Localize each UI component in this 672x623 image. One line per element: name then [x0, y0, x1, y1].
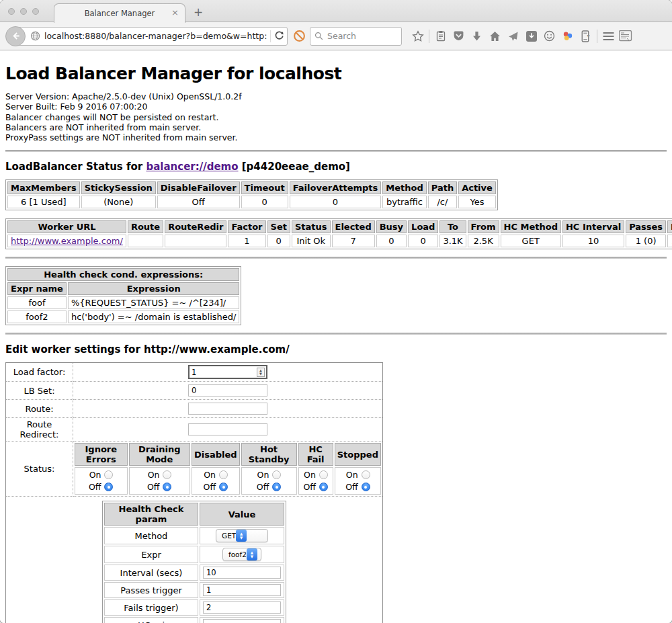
- passes-trigger-input[interactable]: [203, 584, 281, 596]
- route-input[interactable]: [188, 403, 267, 415]
- column-header: RouteRedir: [165, 220, 226, 233]
- browser-tab[interactable]: Balancer Manager ×: [54, 3, 185, 23]
- reload-icon[interactable]: [274, 31, 284, 41]
- worker-url-link[interactable]: http://www.example.com/: [11, 236, 123, 246]
- radio-on[interactable]: [219, 470, 228, 479]
- radio-off[interactable]: [319, 483, 328, 491]
- window-controls[interactable]: [8, 8, 39, 15]
- radio-on[interactable]: [319, 470, 328, 479]
- pocket-icon[interactable]: [450, 26, 468, 46]
- radio-on[interactable]: [104, 470, 113, 479]
- radio-on-label: On: [346, 470, 358, 480]
- block-icon[interactable]: [293, 30, 306, 42]
- select-stepper-icon[interactable]: ▲▼: [247, 548, 257, 560]
- clipboard-icon[interactable]: [431, 26, 450, 46]
- radio-off-label: Off: [147, 482, 159, 492]
- expression-cell: %{REQUEST_STATUS} =~ /^[234]/: [68, 296, 240, 309]
- back-button[interactable]: [5, 26, 26, 46]
- feedback-smiley-icon[interactable]: [540, 26, 558, 46]
- chevron-down-icon[interactable]: ▾: [587, 33, 589, 39]
- interval-secs--input[interactable]: [203, 567, 281, 579]
- url-text[interactable]: localhost:8880/balancer-manager?b=demo&w…: [44, 31, 267, 41]
- expr-select[interactable]: foof2▲▼: [222, 548, 261, 561]
- radio-off[interactable]: [219, 483, 228, 491]
- status-radio-row: OnOffOnOffOnOffOnOffOnOffOnOff: [75, 467, 381, 495]
- radio-off[interactable]: [163, 483, 171, 491]
- new-tab-button[interactable]: +: [194, 5, 203, 19]
- balancer-link[interactable]: balancer://demo: [146, 161, 238, 173]
- save-page-icon[interactable]: [522, 26, 540, 46]
- table-header-row: Expr nameExpression: [7, 282, 239, 295]
- menu-icon[interactable]: [599, 26, 618, 46]
- health-check-param-table: Health Check paramValueMethodGET▲▼Exprfo…: [102, 501, 286, 623]
- minimize-window-icon[interactable]: [20, 8, 27, 15]
- hc-param-value: GET▲▼: [200, 527, 284, 544]
- intro-line: Server Version: Apache/2.5.0-dev (Unix) …: [5, 91, 667, 101]
- bookmark-star-icon[interactable]: [409, 26, 427, 46]
- intro-line: ProxyPass settings are NOT inherited fro…: [5, 132, 667, 142]
- color-theme-icon[interactable]: [558, 26, 577, 46]
- send-icon[interactable]: [504, 26, 522, 46]
- radio-on[interactable]: [272, 470, 281, 479]
- cell: (None): [81, 196, 156, 208]
- status-cell: OnOff: [129, 467, 190, 495]
- server-info: Server Version: Apache/2.5.0-dev (Unix) …: [5, 91, 667, 142]
- selected-value: GET: [222, 532, 236, 540]
- radio-on[interactable]: [362, 470, 370, 479]
- hc-uri-input[interactable]: [203, 619, 281, 623]
- expr-table-title: Health check cond. expressions:: [7, 268, 239, 281]
- select-stepper-icon[interactable]: ▲▼: [236, 530, 247, 542]
- radio-group: OnOff: [89, 470, 113, 492]
- cell: 2.5K: [468, 235, 499, 247]
- form-row: Route Redirect:: [6, 418, 383, 442]
- cell: 10: [562, 235, 624, 247]
- column-header: Hot Standby: [241, 443, 297, 466]
- hc-param-label: Passes trigger: [104, 582, 198, 598]
- cell: 0: [290, 196, 382, 208]
- table-header-row: MaxMembersStickySessionDisableFailoverTi…: [7, 181, 496, 194]
- table-header-row: Ignore ErrorsDraining ModeDisabledHot St…: [75, 443, 381, 466]
- column-header: MaxMembers: [7, 181, 80, 194]
- navigation-toolbar: localhost:8880/balancer-manager?b=demo&w…: [0, 22, 672, 50]
- load-factor-input[interactable]: ▲▼: [188, 365, 267, 379]
- search-bar[interactable]: Search: [310, 27, 402, 46]
- column-header: DisableFailover: [157, 181, 240, 194]
- table-row: 6 [1 Used](None)Off00bytraffic/c/Yes: [7, 196, 496, 208]
- cell: 0: [408, 235, 438, 247]
- home-icon[interactable]: [486, 26, 504, 46]
- hc-param-label: Interval (secs): [104, 565, 198, 581]
- radio-off[interactable]: [272, 483, 281, 491]
- hc-param-value: [200, 565, 284, 581]
- zoom-window-icon[interactable]: [32, 8, 39, 15]
- column-header: Draining Mode: [129, 443, 190, 466]
- cell: 1: [228, 235, 265, 247]
- column-header: Health Check param: [104, 503, 198, 526]
- url-bar[interactable]: localhost:8880/balancer-manager?b=demo&w…: [17, 27, 288, 46]
- field-label: LB Set:: [6, 382, 73, 400]
- globe-icon: [30, 31, 40, 41]
- method-select[interactable]: GET▲▼: [216, 529, 268, 542]
- page-content: Load Balancer Manager for localhost Serv…: [0, 50, 672, 623]
- route-redirect-input[interactable]: [188, 423, 267, 435]
- number-stepper-icon[interactable]: ▲▼: [257, 368, 265, 377]
- tab-close-icon[interactable]: ×: [171, 8, 179, 17]
- column-header: FailoverAttempts: [290, 181, 382, 194]
- hc-param-value: [200, 617, 284, 623]
- download-icon[interactable]: [468, 26, 486, 46]
- radio-off-label: Off: [303, 482, 315, 492]
- tiles-icon[interactable]: [618, 26, 634, 46]
- intro-line: Server Built: Feb 9 2016 07:00:20: [5, 101, 667, 112]
- close-window-icon[interactable]: [8, 8, 15, 15]
- radio-off[interactable]: [104, 483, 113, 491]
- device-icon[interactable]: ▾: [577, 26, 595, 46]
- radio-off[interactable]: [362, 483, 370, 491]
- column-header: HC Interval: [562, 220, 624, 233]
- fails-trigger--input[interactable]: [203, 601, 281, 614]
- radio-on[interactable]: [163, 470, 171, 479]
- cell: 0: [267, 235, 290, 247]
- load-factor-field[interactable]: [190, 368, 254, 377]
- column-header: StickySession: [81, 181, 156, 194]
- lb-set-input[interactable]: [188, 384, 267, 397]
- column-header: To: [439, 220, 466, 233]
- status-cell: OnOff: [192, 467, 240, 495]
